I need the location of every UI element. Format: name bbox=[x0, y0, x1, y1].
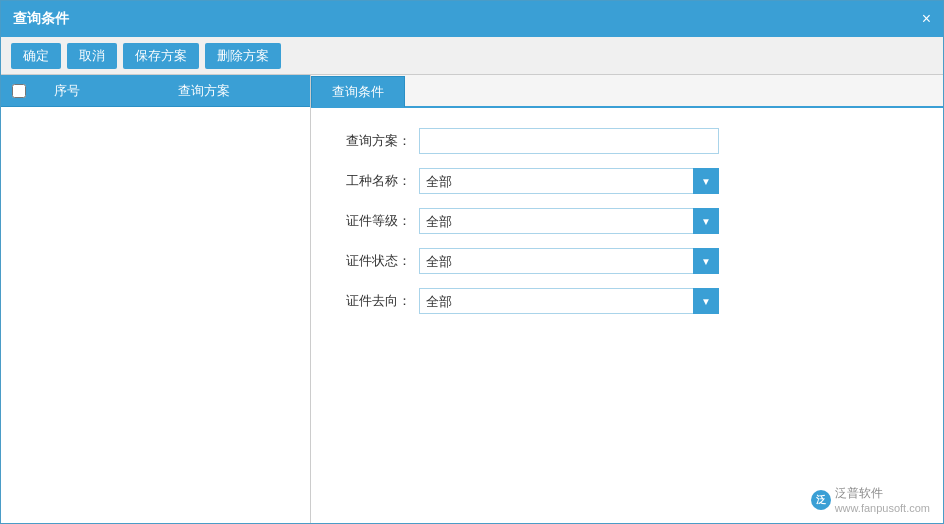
table-body bbox=[1, 107, 310, 523]
form-row-scheme: 查询方案： bbox=[341, 128, 913, 154]
form-row-cert-dest: 证件去向： 全部 bbox=[341, 288, 913, 314]
label-cert-status: 证件状态： bbox=[341, 252, 411, 270]
header-seq-col: 序号 bbox=[37, 82, 97, 100]
select-cert-dest[interactable]: 全部 bbox=[419, 288, 719, 314]
label-job-type: 工种名称： bbox=[341, 172, 411, 190]
select-cert-status[interactable]: 全部 bbox=[419, 248, 719, 274]
watermark: 泛 泛普软件 www.fanpusoft.com bbox=[811, 485, 930, 514]
select-cert-level[interactable]: 全部 bbox=[419, 208, 719, 234]
confirm-button[interactable]: 确定 bbox=[11, 43, 61, 69]
right-panel: 查询条件 查询方案： 工种名称： 全部 bbox=[311, 75, 943, 523]
title-bar: 查询条件 × bbox=[1, 1, 943, 37]
watermark-text: 泛普软件 www.fanpusoft.com bbox=[835, 485, 930, 514]
select-wrapper-cert-level: 全部 bbox=[419, 208, 719, 234]
close-button[interactable]: × bbox=[922, 11, 931, 27]
form-body: 查询方案： 工种名称： 全部 bbox=[311, 108, 943, 334]
label-cert-level: 证件等级： bbox=[341, 212, 411, 230]
header-name-col: 查询方案 bbox=[97, 82, 310, 100]
left-panel: 序号 查询方案 bbox=[1, 75, 311, 523]
table-header: 序号 查询方案 bbox=[1, 75, 310, 107]
select-all-checkbox[interactable] bbox=[12, 84, 26, 98]
label-scheme: 查询方案： bbox=[341, 132, 411, 150]
save-scheme-button[interactable]: 保存方案 bbox=[123, 43, 199, 69]
form-tab-bar: 查询条件 bbox=[311, 75, 943, 108]
form-row-cert-level: 证件等级： 全部 bbox=[341, 208, 913, 234]
dialog-title: 查询条件 bbox=[13, 10, 69, 28]
form-row-job-type: 工种名称： 全部 bbox=[341, 168, 913, 194]
select-job-type[interactable]: 全部 bbox=[419, 168, 719, 194]
select-wrapper-cert-dest: 全部 bbox=[419, 288, 719, 314]
content-area: 序号 查询方案 查询条件 查询方案： bbox=[1, 75, 943, 523]
label-cert-dest: 证件去向： bbox=[341, 292, 411, 310]
input-scheme[interactable] bbox=[419, 128, 719, 154]
header-check-col bbox=[1, 84, 37, 98]
select-wrapper-job-type: 全部 bbox=[419, 168, 719, 194]
query-condition-tab[interactable]: 查询条件 bbox=[311, 76, 405, 107]
watermark-logo: 泛 bbox=[811, 490, 831, 510]
watermark-company: 泛普软件 bbox=[835, 485, 930, 502]
cancel-button[interactable]: 取消 bbox=[67, 43, 117, 69]
delete-scheme-button[interactable]: 删除方案 bbox=[205, 43, 281, 69]
watermark-logo-text: 泛 bbox=[816, 493, 826, 507]
select-wrapper-cert-status: 全部 bbox=[419, 248, 719, 274]
toolbar: 确定 取消 保存方案 删除方案 bbox=[1, 37, 943, 75]
watermark-url: www.fanpusoft.com bbox=[835, 502, 930, 514]
form-row-cert-status: 证件状态： 全部 bbox=[341, 248, 913, 274]
